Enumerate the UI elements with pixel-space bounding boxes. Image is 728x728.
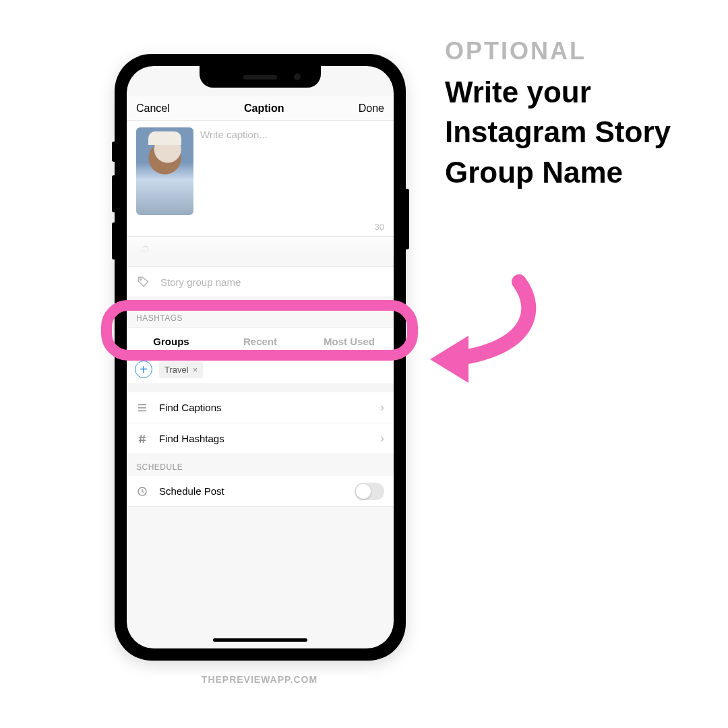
schedule-toggle[interactable]	[355, 483, 384, 500]
callout-arrow-icon	[418, 268, 553, 390]
hashtag-tabs: Groups Recent Most Used	[127, 327, 394, 355]
chip-remove-icon[interactable]: ×	[193, 365, 198, 375]
find-captions-row[interactable]: Find Captions ›	[127, 392, 394, 423]
caption-navbar: Cancel Caption Done	[127, 96, 394, 121]
caption-placeholder: Write caption...	[200, 127, 268, 219]
tag-icon	[136, 275, 151, 289]
story-group-placeholder: Story group name	[160, 276, 241, 288]
chevron-right-icon: ›	[380, 400, 384, 415]
tab-most-used[interactable]: Most Used	[305, 328, 394, 355]
svg-line-7	[144, 435, 145, 443]
find-captions-label: Find Captions	[159, 402, 222, 413]
done-button[interactable]: Done	[359, 102, 384, 115]
story-group-name-row[interactable]: Story group name	[127, 267, 394, 297]
cancel-button[interactable]: Cancel	[136, 102, 170, 115]
chevron-right-icon: ›	[380, 431, 384, 446]
lines-icon	[136, 402, 148, 414]
chip-label: Travel	[164, 365, 189, 375]
find-hashtags-label: Find Hashtags	[159, 433, 224, 444]
page-title: Caption	[244, 102, 284, 115]
schedule-post-label: Schedule Post	[159, 485, 224, 497]
find-hashtags-row[interactable]: Find Hashtags ›	[127, 423, 394, 454]
hashtags-section-label: HASHTAGS	[127, 305, 394, 327]
instruction-eyebrow: OPTIONAL	[445, 37, 715, 65]
post-thumbnail[interactable]	[136, 127, 193, 215]
schedule-post-row[interactable]: Schedule Post	[127, 476, 394, 507]
link-icon	[136, 245, 151, 257]
tab-recent[interactable]: Recent	[216, 328, 305, 355]
instruction-block: OPTIONAL Write your Instagram Story Grou…	[445, 37, 715, 192]
instruction-headline: Write your Instagram Story Group Name	[445, 72, 715, 192]
home-indicator	[213, 638, 307, 642]
svg-line-6	[140, 435, 142, 443]
caption-editor[interactable]: Write caption...	[127, 121, 394, 222]
add-link-row[interactable]	[127, 237, 394, 267]
watermark: THEPREVIEWAPP.COM	[185, 674, 334, 685]
phone-notch	[200, 66, 321, 88]
clock-icon	[136, 485, 148, 497]
caption-char-counter: 30	[127, 222, 394, 237]
phone-mockup: Cancel Caption Done Write caption... 30 …	[115, 54, 406, 661]
hashtag-group-chips: + Travel ×	[127, 355, 394, 384]
tab-groups[interactable]: Groups	[127, 328, 216, 355]
phone-screen: Cancel Caption Done Write caption... 30 …	[127, 66, 394, 648]
hashtag-chip[interactable]: Travel ×	[159, 361, 203, 378]
add-group-button[interactable]: +	[135, 361, 152, 378]
svg-point-0	[140, 279, 142, 280]
hash-icon	[136, 433, 148, 445]
schedule-section-label: SCHEDULE	[127, 454, 394, 476]
